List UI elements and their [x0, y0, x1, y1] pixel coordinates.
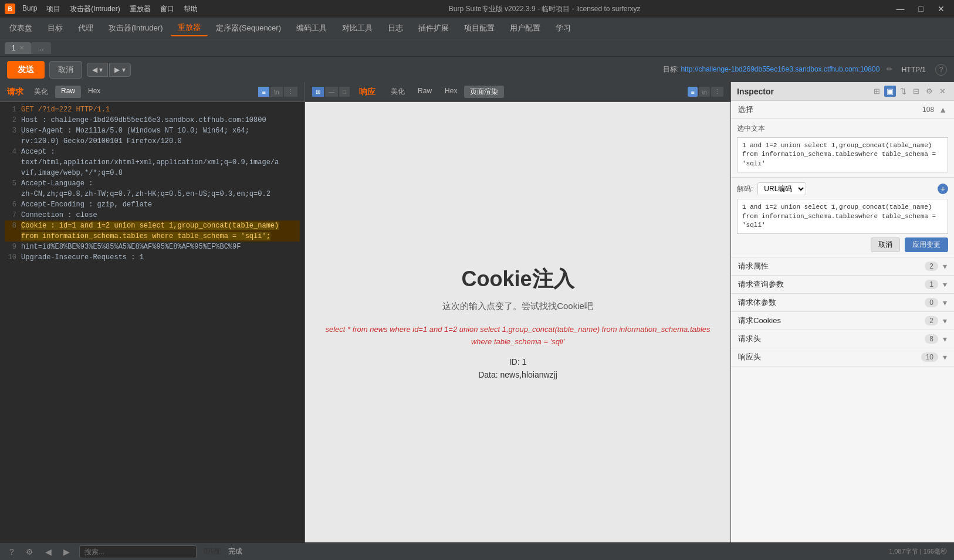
- menu-sequencer[interactable]: 定序器(Sequencer): [209, 21, 288, 36]
- response-tab-pretty[interactable]: 美化: [385, 86, 411, 98]
- menu-window[interactable]: 窗口: [160, 4, 174, 14]
- inspector-apply-btn[interactable]: 应用变更: [905, 237, 948, 252]
- request-panel: 请求 美化 Raw Hex ≡ \n ⋮ 1GET /?id=222 HTTP/…: [0, 82, 305, 542]
- app-title: Burp Suite专业版 v2022.3.9 - 临时项目 - license…: [205, 4, 885, 14]
- inspector-view-btn2[interactable]: ▣: [884, 86, 896, 97]
- nav-back-dropdown[interactable]: ▾: [99, 66, 103, 74]
- status-back-btn[interactable]: ◀: [43, 546, 54, 558]
- close-button[interactable]: ✕: [933, 3, 949, 15]
- inspector-select-text-box[interactable]: 1 and 1=2 union select 1,group_concat(ta…: [737, 137, 948, 172]
- inspector-row-resp-headers-count: 10: [921, 352, 938, 362]
- inspector-row-cookies-count: 2: [925, 316, 938, 325]
- web-page-id: ID: 1: [509, 357, 527, 366]
- inspector-row-query-count: 1: [925, 280, 938, 289]
- tabbar: 1 ✕ ...: [0, 39, 954, 56]
- menu-burp[interactable]: Burp: [22, 4, 37, 14]
- target-url[interactable]: http://challenge-1bd269db55ec16e3.sandbo…: [681, 65, 879, 73]
- req-line-5b: 5zh-CN,zh;q=0.8,zh-TW;q=0.7,zh-HK;q=0.5,…: [5, 189, 300, 199]
- req-line-empty1: [5, 263, 300, 273]
- inspector-row-resp-headers-arrow: ▾: [943, 352, 947, 362]
- menu-log[interactable]: 日志: [381, 21, 410, 36]
- inspector-row-body-label: 请求体参数: [738, 297, 925, 308]
- tab-1-label: 1: [12, 44, 16, 52]
- request-view-list[interactable]: ≡: [258, 87, 269, 97]
- nav-buttons: ◀ ▾ ▶ ▾: [87, 63, 131, 77]
- inspector-row-query[interactable]: 请求查询参数 1 ▾: [731, 276, 954, 294]
- nav-forward-dropdown[interactable]: ▾: [122, 66, 126, 74]
- inspector-settings-btn[interactable]: ⚙: [923, 86, 935, 97]
- menu-learn[interactable]: 学习: [549, 21, 578, 36]
- resp-btn-wrap[interactable]: \n: [699, 87, 710, 97]
- menu-intruder-main[interactable]: 攻击器(Intruder): [102, 21, 170, 36]
- maximize-button[interactable]: □: [914, 3, 928, 15]
- inspector-filter-btn[interactable]: ⊟: [911, 86, 922, 97]
- menu-project[interactable]: 项目: [46, 4, 60, 14]
- send-button[interactable]: 发送: [7, 61, 45, 79]
- inspector-row-cookies[interactable]: 请求Cookies 2 ▾: [731, 312, 954, 330]
- request-tab-raw[interactable]: Raw: [55, 86, 81, 98]
- inspector-collapse-icon[interactable]: ▲: [939, 105, 947, 114]
- nav-back-button[interactable]: ◀ ▾: [87, 63, 108, 77]
- status-settings-btn[interactable]: ⚙: [23, 546, 36, 558]
- response-tab-render[interactable]: 页面渲染: [464, 86, 504, 98]
- resp-btn-list[interactable]: ≡: [688, 87, 697, 97]
- req-line-6: 6Accept-Encoding : gzip, deflate: [5, 199, 300, 210]
- web-page-sql: select * from news where id=1 and 1=2 un…: [317, 324, 719, 348]
- tab-more-btn[interactable]: ...: [31, 42, 51, 54]
- help-icon[interactable]: ?: [935, 64, 947, 76]
- inspector-decode-section: 解码: URL编码 + 1 and 1=2 union select 1,gro…: [731, 178, 954, 257]
- menu-project-options[interactable]: 项目配置: [457, 21, 502, 36]
- inspector-row-cookies-arrow: ▾: [943, 316, 947, 325]
- menu-user-options[interactable]: 用户配置: [503, 21, 547, 36]
- inspector-row-query-label: 请求查询参数: [738, 279, 925, 290]
- minimize-button[interactable]: —: [892, 3, 909, 15]
- menu-target[interactable]: 目标: [40, 21, 70, 36]
- search-input[interactable]: [79, 545, 197, 558]
- req-line-4b: 4text/html,application/xhtml+xml,applica…: [5, 157, 300, 168]
- inspector-decode-text[interactable]: 1 and 1=2 union select 1,group_concat(ta…: [737, 199, 948, 234]
- request-view-menu[interactable]: ⋮: [284, 87, 297, 97]
- response-tab-raw[interactable]: Raw: [412, 86, 438, 98]
- inspector-close-btn[interactable]: ✕: [937, 86, 948, 97]
- request-tab-hex[interactable]: Hex: [82, 86, 106, 98]
- inspector-decode-add-btn[interactable]: +: [938, 184, 948, 194]
- inspector-row-body[interactable]: 请求体参数 0 ▾: [731, 294, 954, 312]
- tab-1-close[interactable]: ✕: [19, 45, 24, 51]
- status-stats: 1,087字节 | 166毫秒: [889, 547, 947, 556]
- nav-forward-button[interactable]: ▶ ▾: [109, 63, 130, 77]
- inspector-panel: Inspector ⊞ ▣ ⇅ ⊟ ⚙ ✕ 选择 108 ▲ 选中文本 1 an…: [731, 82, 954, 542]
- inspector-view-btn1[interactable]: ⊞: [871, 86, 882, 97]
- view-mode-resp[interactable]: □: [339, 87, 350, 97]
- inspector-row-attributes[interactable]: 请求属性 2 ▾: [731, 257, 954, 276]
- inspector-sort-btn[interactable]: ⇅: [898, 86, 909, 97]
- view-mode-split[interactable]: ⊞: [312, 87, 324, 97]
- menu-extender[interactable]: 插件扩展: [411, 21, 456, 36]
- menu-repeater-main[interactable]: 重放器: [171, 20, 208, 36]
- request-body[interactable]: 1GET /?id=222 HTTP/1.1 2Host : challenge…: [0, 102, 305, 542]
- cancel-button[interactable]: 取消: [49, 61, 82, 79]
- menu-proxy[interactable]: 代理: [71, 21, 100, 36]
- request-tab-pretty[interactable]: 美化: [28, 86, 54, 98]
- web-page-render: Cookie注入 这次的输入点变了。尝试找找Cookie吧 select * f…: [305, 102, 730, 542]
- view-mode-req[interactable]: —: [325, 87, 338, 97]
- response-tab-hex[interactable]: Hex: [439, 86, 463, 98]
- menu-compare[interactable]: 对比工具: [335, 21, 380, 36]
- menu-repeater[interactable]: 重放器: [130, 4, 151, 14]
- menu-dashboard[interactable]: 仪表盘: [2, 21, 39, 36]
- inspector-cancel-btn[interactable]: 取消: [871, 237, 900, 252]
- menu-encoder[interactable]: 编码工具: [289, 21, 334, 36]
- tab-1[interactable]: 1 ✕: [5, 42, 31, 54]
- req-line-empty2: [5, 273, 300, 284]
- menu-help[interactable]: 帮助: [184, 4, 198, 14]
- inspector-row-resp-headers[interactable]: 响应头 10 ▾: [731, 348, 954, 366]
- inspector-row-req-headers[interactable]: 请求头 8 ▾: [731, 330, 954, 348]
- inspector-row-cookies-label: 请求Cookies: [738, 315, 925, 326]
- edit-target-icon[interactable]: ✏: [887, 65, 892, 73]
- menu-intruder[interactable]: 攻击器(Intruder): [70, 4, 120, 14]
- status-forward-btn[interactable]: ▶: [61, 546, 72, 558]
- resp-btn-menu[interactable]: ⋮: [711, 87, 723, 97]
- request-view-wrap[interactable]: \n: [270, 87, 283, 97]
- search-match-label: 0匹配: [204, 547, 222, 556]
- status-help-btn[interactable]: ?: [7, 546, 16, 558]
- inspector-decode-select[interactable]: URL编码: [757, 182, 806, 195]
